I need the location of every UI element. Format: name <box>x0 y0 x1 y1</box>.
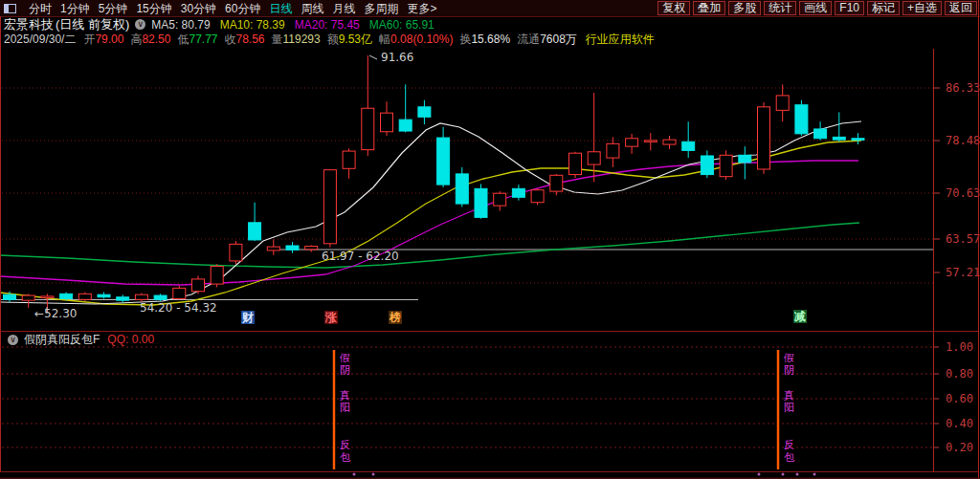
candle-body <box>211 266 223 284</box>
indicator-header: ∨ 假阴真阳反包F QQ: 0.00 <box>0 332 935 347</box>
ma5-line <box>0 121 861 304</box>
candle-body <box>4 294 16 299</box>
candle-body <box>550 175 563 191</box>
candle-body <box>60 294 73 298</box>
sub-axis-label: 0.40 <box>946 417 973 430</box>
sub-axis-label: 0.60 <box>946 392 973 405</box>
candle-body <box>626 139 638 146</box>
candle-body <box>192 279 205 292</box>
y-axis-label: 57.21 <box>946 266 980 279</box>
candle-body <box>607 143 619 158</box>
indicator-name[interactable]: 假阴真阳反包F <box>24 332 100 348</box>
candle-body <box>323 170 336 244</box>
candle-body <box>682 142 695 150</box>
candle-body <box>22 295 34 300</box>
sub-axis-label: 0.20 <box>946 441 973 454</box>
candle-body <box>512 188 524 197</box>
candle-body <box>305 247 318 250</box>
candle-body <box>381 113 393 132</box>
candle-body <box>399 120 412 131</box>
price-annotation: 54.20 - 54.32 <box>140 301 217 315</box>
candle-body <box>494 193 506 206</box>
candle-body <box>814 129 827 139</box>
annotation-arrow <box>369 55 377 59</box>
indicator-value: QQ: 0.00 <box>107 333 154 346</box>
candle-body <box>267 247 279 250</box>
signal-dot <box>782 473 785 476</box>
signal-vertical-label: 假 阴 真 阳 反 包 <box>339 352 351 464</box>
watermark-char: 涨 <box>324 311 338 324</box>
y-axis-label: 63.57 <box>946 232 980 246</box>
trading-app-window: 分时1分钟5分钟15分钟30分钟60分钟日线周线月线多周期更多> 复权叠加多股统… <box>0 0 980 479</box>
signal-dot <box>796 473 799 476</box>
candle-body <box>135 294 147 299</box>
watermark-char: 减 <box>793 310 807 323</box>
y-axis-label: 70.63 <box>946 186 980 200</box>
candle-body <box>588 152 600 164</box>
watermark-char: 榜 <box>389 311 402 324</box>
candle-body <box>569 153 582 174</box>
candle-body <box>739 155 751 163</box>
signal-dot <box>353 473 356 476</box>
candle-body <box>418 107 431 118</box>
signal-vertical-label: 假 阴 真 阳 反 包 <box>783 352 795 464</box>
candle-body <box>286 246 299 250</box>
candle-body <box>475 188 487 217</box>
sub-axis-label: 1.00 <box>946 340 973 354</box>
candle-body <box>117 297 129 300</box>
chevron-down-icon[interactable]: ∨ <box>8 335 18 345</box>
candlestick-series <box>4 55 865 313</box>
candle-body <box>362 108 374 149</box>
signal-dot <box>813 473 816 476</box>
y-axis-label: 78.48 <box>946 134 980 147</box>
candle-body <box>41 296 54 298</box>
candle-body <box>154 295 167 299</box>
ma20-line <box>0 161 858 285</box>
candle-body <box>776 96 789 110</box>
chart-canvas[interactable]: 91.66←52.3061.97 - 62.2054.20 - 54.3286.… <box>0 0 980 479</box>
candle-body <box>795 105 808 134</box>
price-annotation: 91.66 <box>381 51 413 64</box>
candle-body <box>230 244 242 261</box>
candle-body <box>663 140 676 144</box>
candle-body <box>343 151 355 168</box>
price-annotation: ←52.30 <box>34 307 77 320</box>
sub-axis-label: 0.80 <box>946 367 973 381</box>
candle-body <box>720 155 732 176</box>
signal-dot <box>372 473 375 476</box>
watermark-char: 财 <box>241 311 255 324</box>
candle-body <box>98 294 110 297</box>
candle-body <box>249 223 261 240</box>
candle-body <box>644 141 657 142</box>
candle-body <box>437 138 450 185</box>
candle-body <box>758 107 770 169</box>
price-annotation: 61.97 - 62.20 <box>322 250 399 263</box>
candle-body <box>78 294 91 299</box>
signal-dot <box>758 473 761 476</box>
y-axis-label: 86.33 <box>946 81 980 95</box>
candle-body <box>173 288 186 298</box>
candle-body <box>456 174 468 204</box>
candle-body <box>852 139 864 141</box>
candle-body <box>701 156 713 175</box>
candle-body <box>833 137 845 140</box>
candle-body <box>531 190 544 203</box>
